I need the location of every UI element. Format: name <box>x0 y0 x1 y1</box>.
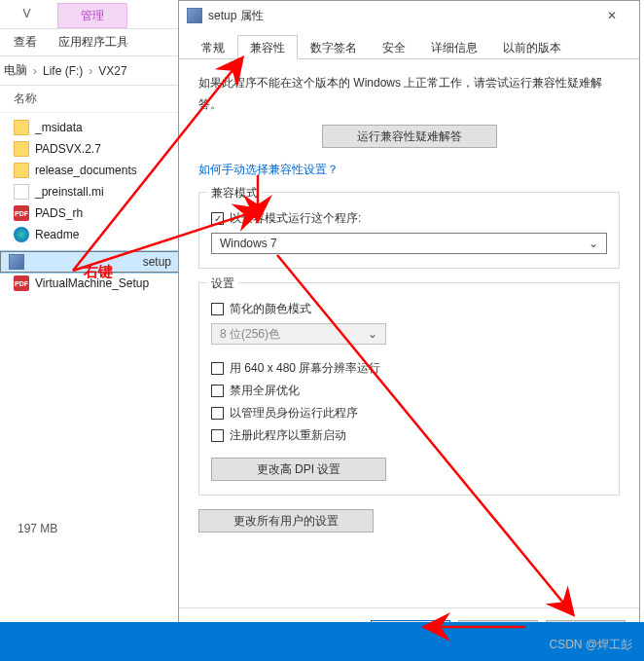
tab-previous[interactable]: 以前的版本 <box>490 35 574 59</box>
group-settings: 设置 简化的颜色模式 8 位(256)色 ⌄ 用 640 x 480 屏幕分辨率… <box>198 282 620 496</box>
description-text: 如果此程序不能在这个版本的 Windows 上正常工作，请尝试运行兼容性疑难解答… <box>198 73 620 115</box>
chevron-right-icon: › <box>27 64 43 78</box>
column-header-name[interactable]: 名称 <box>0 86 180 113</box>
list-item[interactable]: _preinstall.mi <box>0 181 180 202</box>
color-depth-select: 8 位(256)色 ⌄ <box>211 323 386 345</box>
breadcrumb[interactable]: 电脑› Life (F:)› VX27 <box>0 56 180 86</box>
dialog-body: 如果此程序不能在这个版本的 Windows 上正常工作，请尝试运行兼容性疑难解答… <box>179 59 639 546</box>
close-button[interactable]: ✕ <box>592 2 631 29</box>
checkbox-label: 简化的颜色模式 <box>230 301 311 317</box>
file-name: release_documents <box>35 164 137 177</box>
annotation-rightclick: 右键 <box>84 263 113 281</box>
menu-app-tools[interactable]: 应用程序工具 <box>58 34 128 51</box>
checkbox-640x480[interactable] <box>211 362 224 375</box>
all-users-button[interactable]: 更改所有用户的设置 <box>198 509 374 532</box>
edge-icon <box>14 227 29 242</box>
setup-icon <box>187 8 202 23</box>
select-value: Windows 7 <box>220 237 277 250</box>
ribbon-v[interactable]: V <box>0 0 54 28</box>
taskbar[interactable] <box>0 622 644 661</box>
compat-os-select[interactable]: Windows 7 ⌄ <box>211 233 607 254</box>
group-compat-mode: 兼容模式 以兼容模式运行这个程序: Windows 7 ⌄ <box>198 192 620 269</box>
checkbox-compat-mode[interactable] <box>211 212 224 225</box>
folder-icon <box>14 163 29 178</box>
ribbon: V 管理 <box>0 0 180 29</box>
tab-signatures[interactable]: 数字签名 <box>298 35 370 59</box>
watermark: CSDN @焊工彭 <box>549 637 632 653</box>
list-item[interactable]: release_documents <box>0 160 180 181</box>
checkbox-label: 禁用全屏优化 <box>230 383 300 399</box>
file-name: PADSVX.2.7 <box>35 142 101 156</box>
tab-details[interactable]: 详细信息 <box>418 35 490 59</box>
checkbox-label: 以管理员身份运行此程序 <box>230 405 358 422</box>
file-name: Readme <box>35 228 79 241</box>
status-bar: 197 MB <box>18 522 57 535</box>
file-name: _preinstall.mi <box>35 185 104 199</box>
tab-general[interactable]: 常规 <box>189 35 237 59</box>
checkbox-reduced-color[interactable] <box>211 303 224 315</box>
bc-drive[interactable]: Life (F:) <box>43 64 83 78</box>
tab-security[interactable]: 安全 <box>370 35 418 59</box>
checkbox-label: 注册此程序以重新启动 <box>230 427 346 444</box>
file-name: PADS_rh <box>35 206 83 220</box>
dialog-titlebar[interactable]: setup 属性 ✕ <box>179 1 639 30</box>
folder-icon <box>14 141 29 157</box>
folder-icon <box>14 120 29 135</box>
file-name: _msidata <box>35 121 83 134</box>
tab-compatibility[interactable]: 兼容性 <box>237 35 298 59</box>
explorer-window: V 管理 查看 应用程序工具 电脑› Life (F:)› VX27 名称 _m… <box>0 0 180 584</box>
chevron-down-icon: ⌄ <box>589 237 598 250</box>
dpi-settings-button[interactable]: 更改高 DPI 设置 <box>211 458 386 481</box>
chevron-down-icon: ⌄ <box>368 327 377 341</box>
checkbox-label: 用 640 x 480 屏幕分辨率运行 <box>230 360 380 377</box>
ribbon-manage[interactable]: 管理 <box>57 3 127 28</box>
pdf-icon: PDF <box>14 205 29 221</box>
group-label: 兼容模式 <box>207 185 262 202</box>
list-item[interactable]: _msidata <box>0 117 180 138</box>
troubleshoot-button[interactable]: 运行兼容性疑难解答 <box>322 125 497 148</box>
checkbox-run-admin[interactable] <box>211 407 224 420</box>
checkbox-register-restart[interactable] <box>211 429 224 442</box>
list-item[interactable]: Readme <box>0 224 180 245</box>
group-label: 设置 <box>207 275 238 292</box>
help-link[interactable]: 如何手动选择兼容性设置？ <box>198 162 620 178</box>
list-item[interactable]: PDFPADS_rh <box>0 202 180 224</box>
bc-computer[interactable]: 电脑 <box>4 62 27 79</box>
chevron-right-icon: › <box>83 64 98 78</box>
file-name: setup <box>143 255 171 269</box>
menu-view[interactable]: 查看 <box>14 34 37 51</box>
dialog-title: setup 属性 <box>208 8 264 24</box>
list-item[interactable]: PADSVX.2.7 <box>0 138 180 160</box>
setup-icon <box>9 254 24 270</box>
file-icon <box>14 184 29 200</box>
checkbox-label: 以兼容模式运行这个程序: <box>230 210 361 227</box>
menubar: 查看 应用程序工具 <box>0 29 180 56</box>
properties-dialog: setup 属性 ✕ 常规 兼容性 数字签名 安全 详细信息 以前的版本 如果此… <box>178 0 640 655</box>
tab-strip: 常规 兼容性 数字签名 安全 详细信息 以前的版本 <box>179 34 639 59</box>
checkbox-disable-fullscreen[interactable] <box>211 385 224 397</box>
bc-folder[interactable]: VX27 <box>98 64 126 78</box>
pdf-icon: PDF <box>14 275 29 291</box>
select-value: 8 位(256)色 <box>220 326 280 343</box>
